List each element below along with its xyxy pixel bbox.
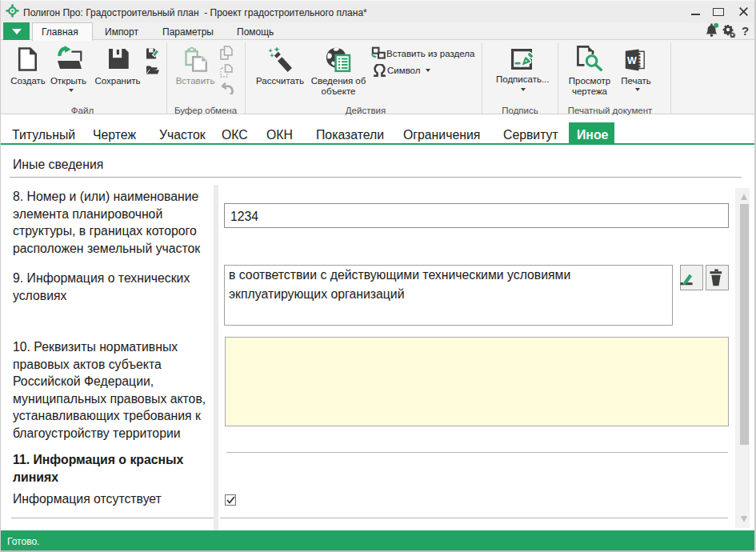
svg-text:W: W <box>627 55 637 66</box>
